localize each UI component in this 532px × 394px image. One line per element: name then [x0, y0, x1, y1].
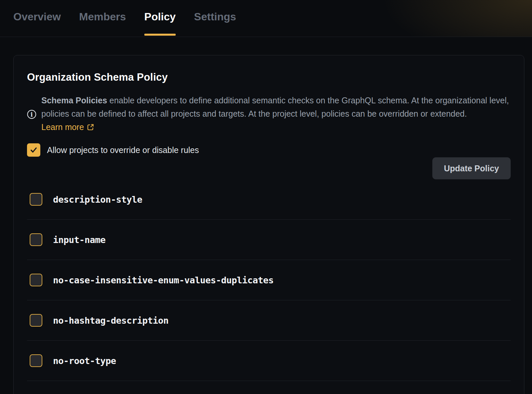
tab-bar: Overview Members Policy Settings: [13, 0, 236, 37]
rule-checkbox[interactable]: [30, 354, 42, 367]
rule-row: no-case-insensitive-enum-values-duplicat…: [27, 260, 511, 300]
nav-tab[interactable]: Overview: [13, 0, 61, 37]
active-tab-underline: [144, 34, 176, 36]
allow-override-label: Allow projects to override or disable ru…: [47, 145, 199, 155]
nav-tab-label: Policy: [144, 11, 176, 23]
allow-override-checkbox[interactable]: [27, 143, 40, 157]
nav-tab[interactable]: Policy: [144, 0, 176, 37]
nav-tab-label: Members: [79, 11, 126, 23]
page: Overview Members Policy Settings: [0, 0, 532, 394]
rule-checkbox[interactable]: [30, 233, 42, 246]
page-title: Organization Schema Policy: [27, 71, 511, 83]
rule-checkbox[interactable]: [30, 314, 42, 327]
rule-name: description-style: [53, 194, 142, 205]
rule-row: no-root-type: [27, 341, 511, 381]
rule-row: input-name: [27, 220, 511, 260]
policy-description-text: Schema Policies enable developers to def…: [41, 94, 511, 135]
update-policy-button[interactable]: Update Policy: [432, 157, 511, 179]
top-nav: Overview Members Policy Settings: [0, 0, 532, 37]
nav-tab-label: Overview: [13, 11, 61, 23]
main-content: Organization Schema Policy i Schema Poli…: [0, 37, 532, 394]
policy-description: i Schema Policies enable developers to d…: [27, 94, 511, 135]
actions-row: Update Policy: [27, 157, 511, 179]
description-lead: Schema Policies: [41, 96, 107, 105]
external-link-icon: [87, 121, 94, 135]
rule-row: description-style: [27, 179, 511, 220]
rule-name: no-case-insensitive-enum-values-duplicat…: [53, 275, 274, 285]
rule-checkbox[interactable]: [30, 274, 42, 286]
info-icon: i: [27, 110, 36, 119]
rule-row: no-hashtag-description: [27, 300, 511, 341]
rule-name: input-name: [53, 235, 106, 245]
nav-tab-label: Settings: [194, 11, 236, 23]
nav-tab[interactable]: Members: [79, 0, 126, 37]
svg-text:i: i: [31, 111, 33, 118]
rule-checkbox[interactable]: [30, 193, 42, 206]
checkmark-icon: [29, 146, 38, 154]
rule-name: no-root-type: [53, 356, 116, 366]
rule-name: no-hashtag-description: [53, 315, 169, 326]
allow-override-row: Allow projects to override or disable ru…: [27, 143, 511, 157]
learn-more-link[interactable]: Learn more: [41, 122, 94, 132]
schema-policy-card: Organization Schema Policy i Schema Poli…: [13, 55, 524, 394]
nav-tab[interactable]: Settings: [194, 0, 236, 37]
description-body: enable developers to define additional s…: [41, 96, 509, 118]
rules-list: description-style input-name: [27, 179, 511, 381]
